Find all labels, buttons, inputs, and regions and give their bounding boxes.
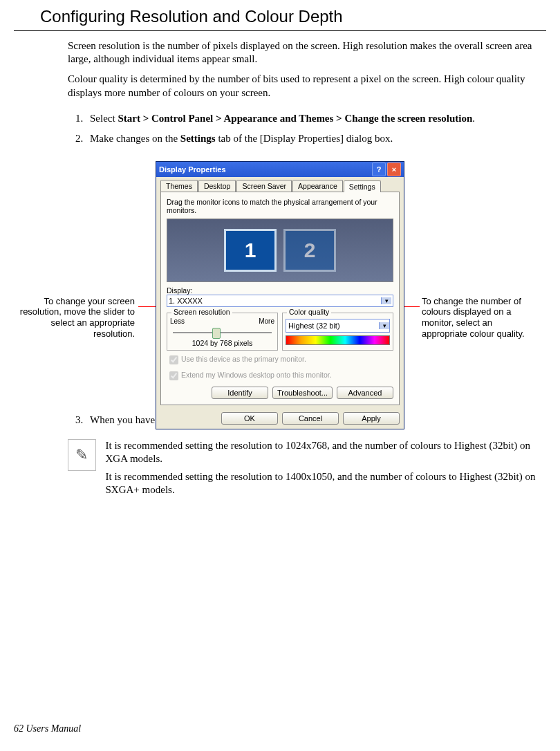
note: ✎ It is recommended setting the resoluti… (68, 439, 545, 501)
close-button[interactable]: × (387, 163, 401, 176)
extend-desktop-checkbox: Extend my Windows desktop onto this moni… (167, 369, 393, 382)
step-2: Make changes on the Settings tab of the … (86, 132, 545, 146)
checkbox-icon (169, 355, 178, 364)
screen-resolution-group: Screen resolution Less More 1024 by 768 … (167, 313, 278, 351)
primary-monitor-checkbox: Use this device as the primary monitor. (167, 353, 393, 367)
dialog-titlebar[interactable]: Display Properties ? × (156, 162, 404, 177)
tab-appearance[interactable]: Appearance (292, 180, 343, 192)
display-select[interactable]: 1. XXXXX ▾ (167, 295, 393, 307)
apply-button[interactable]: Apply (343, 412, 400, 425)
tab-desktop[interactable]: Desktop (198, 180, 236, 192)
color-quality-legend: Color quality (287, 308, 331, 316)
tab-themes[interactable]: Themes (160, 180, 198, 192)
color-spectrum (286, 335, 390, 345)
chevron-down-icon: ▾ (379, 322, 389, 329)
color-quality-group: Color quality Highest (32 bit) ▾ (282, 313, 393, 351)
display-label: Display: (167, 286, 393, 295)
tab-screensaver[interactable]: Screen Saver (236, 180, 292, 192)
callout-left: To change your screen resolution, move t… (17, 296, 135, 339)
advanced-button[interactable]: Advanced (337, 387, 393, 399)
dialog-title: Display Properties (159, 165, 226, 174)
troubleshoot-button[interactable]: Troubleshoot... (272, 387, 333, 399)
callout-right: To change the number of colours displaye… (422, 296, 539, 339)
steps-list: Select Start > Control Panel > Appearanc… (68, 112, 545, 146)
ok-button[interactable]: OK (221, 412, 278, 425)
monitor-1-icon[interactable]: 1 (224, 229, 277, 272)
chevron-down-icon: ▾ (381, 297, 391, 304)
tab-settings[interactable]: Settings (344, 180, 381, 192)
dialog-tabs: Themes Desktop Screen Saver Appearance S… (156, 177, 404, 192)
page-footer: 62 Users Manual (14, 723, 81, 734)
resolution-value: 1024 by 768 pixels (170, 339, 274, 347)
note-icon: ✎ (68, 439, 96, 471)
display-properties-dialog: Display Properties ? × Themes Desktop Sc… (156, 161, 404, 429)
color-quality-select[interactable]: Highest (32 bit) ▾ (286, 319, 390, 333)
step-1: Select Start > Control Panel > Appearanc… (86, 112, 545, 126)
dialog-content: Drag the monitor icons to match the phys… (160, 192, 400, 405)
help-button[interactable]: ? (372, 163, 386, 176)
monitor-arrangement[interactable]: 1 2 (167, 219, 393, 282)
resolution-slider[interactable] (173, 328, 272, 337)
slider-thumb[interactable] (212, 328, 221, 339)
note-text: It is recommended setting the resolution… (106, 439, 545, 501)
cancel-button[interactable]: Cancel (282, 412, 339, 425)
checkbox-icon (169, 371, 178, 380)
title-rule (14, 30, 546, 31)
page-title: Configuring Resolution and Colour Depth (40, 7, 560, 26)
intro-paragraph-2: Colour quality is determined by the numb… (68, 73, 545, 99)
identify-button[interactable]: Identify (212, 387, 268, 399)
figure: To change your screen resolution, move t… (0, 161, 560, 396)
intro-paragraph-1: Screen resolution is the number of pixel… (68, 39, 545, 66)
dialog-instruction: Drag the monitor icons to match the phys… (167, 198, 393, 214)
monitor-2-icon[interactable]: 2 (283, 229, 336, 272)
screen-resolution-legend: Screen resolution (171, 308, 232, 316)
